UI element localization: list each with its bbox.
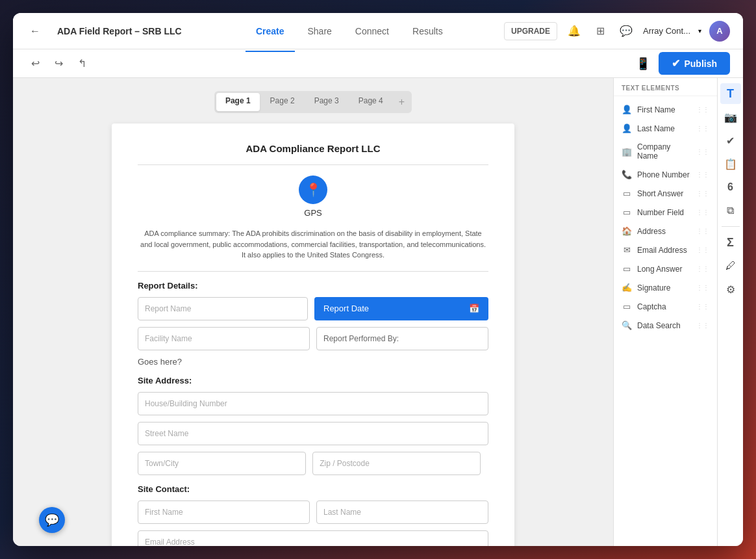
undo-button[interactable]: ↩ xyxy=(26,55,44,73)
sidebar-label-captcha: Captcha xyxy=(637,302,691,311)
page-tab-3[interactable]: Page 3 xyxy=(305,93,348,111)
facility-name-input[interactable] xyxy=(138,327,310,350)
sidebar-item-short-answer[interactable]: ▭ Short Answer ⋮⋮ xyxy=(614,184,717,203)
tab-share[interactable]: Share xyxy=(297,21,342,42)
drag-dots-icon: ⋮⋮ xyxy=(696,106,709,113)
add-page-button[interactable]: + xyxy=(394,93,410,111)
sidebar-items-list: 👤 First Name ⋮⋮ 👤 Last Name ⋮⋮ 🏢 Company… xyxy=(614,96,717,546)
house-building-input[interactable] xyxy=(138,392,488,415)
sidebar-item-address[interactable]: 🏠 Address ⋮⋮ xyxy=(614,222,717,240)
site-address-label: Site Address: xyxy=(138,376,488,385)
drag-dots6-icon: ⋮⋮ xyxy=(696,209,709,216)
grid-icon[interactable]: ⊞ xyxy=(591,22,609,40)
sidebar-item-company-name[interactable]: 🏢 Company Name ⋮⋮ xyxy=(614,138,717,165)
redo-button[interactable]: ↪ xyxy=(49,55,68,73)
page-tab-2[interactable]: Page 2 xyxy=(261,93,304,111)
report-performed-by-select[interactable]: Report Performed By: xyxy=(316,327,488,350)
dropdown-arrow-icon[interactable]: ▾ xyxy=(698,27,701,34)
paint-icon-btn[interactable]: 🖊 xyxy=(720,255,741,276)
goes-here-text: Goes here? xyxy=(138,357,488,367)
contact-last-name-input[interactable] xyxy=(316,500,488,524)
number6-icon-btn[interactable]: 6 xyxy=(720,177,741,198)
town-city-input[interactable] xyxy=(138,452,306,475)
drag-dots7-icon: ⋮⋮ xyxy=(696,228,709,235)
report-name-input[interactable] xyxy=(138,297,308,320)
street-name-input[interactable] xyxy=(138,422,488,445)
tab-create[interactable]: Create xyxy=(246,21,295,42)
sidebar-item-long-answer[interactable]: ▭ Long Answer ⋮⋮ xyxy=(614,259,717,278)
company-icon: 🏢 xyxy=(622,147,632,157)
undo2-button[interactable]: ↰ xyxy=(73,55,91,73)
sidebar-label-address: Address xyxy=(637,227,691,236)
sigma-icon-btn[interactable]: Σ xyxy=(720,232,741,253)
data-search-icon: 🔍 xyxy=(622,320,632,330)
drag-dots8-icon: ⋮⋮ xyxy=(696,246,709,254)
report-date-button[interactable]: Report Date 📅 xyxy=(314,297,488,320)
drag-dots5-icon: ⋮⋮ xyxy=(696,190,709,197)
description-text: ADA compliance summary: The ADA prohibit… xyxy=(138,228,488,261)
layout-icon-btn[interactable]: ⧉ xyxy=(720,200,741,221)
email-input[interactable] xyxy=(138,530,488,547)
device-preview-icon[interactable]: 📱 xyxy=(634,55,652,73)
sidebar-item-signature[interactable]: ✍ Signature ⋮⋮ xyxy=(614,278,717,297)
nav-tabs: Create Share Connect Results xyxy=(208,21,491,42)
drag-dots9-icon: ⋮⋮ xyxy=(696,265,709,272)
sidebar-label-last-name: Last Name xyxy=(637,124,691,133)
house-building-row xyxy=(138,392,488,415)
image-icon-btn[interactable]: 📷 xyxy=(720,107,741,127)
sidebar-label-email-address: Email Address xyxy=(637,246,691,255)
gps-section: 📍 GPS xyxy=(138,176,488,218)
gps-icon[interactable]: 📍 xyxy=(299,176,327,204)
zip-postcode-input[interactable] xyxy=(312,452,481,475)
phone-icon: 📞 xyxy=(622,170,632,179)
short-answer-icon: ▭ xyxy=(622,188,632,198)
signature-icon: ✍ xyxy=(622,283,632,292)
sidebar-item-last-name[interactable]: 👤 Last Name ⋮⋮ xyxy=(614,119,717,138)
chat-button[interactable]: 💬 xyxy=(39,507,65,533)
contact-first-name-input[interactable] xyxy=(138,500,310,524)
sidebar-item-email-address[interactable]: ✉ Email Address ⋮⋮ xyxy=(614,240,717,259)
form-elements-icon-btn[interactable]: 📋 xyxy=(720,153,741,174)
sidebar-item-first-name[interactable]: 👤 First Name ⋮⋮ xyxy=(614,100,717,119)
email-icon: ✉ xyxy=(622,245,632,255)
publish-button[interactable]: ✔ Publish xyxy=(659,52,730,75)
checkbox-icon-btn[interactable]: ✔ xyxy=(720,130,741,151)
street-name-row xyxy=(138,422,488,445)
avatar: A xyxy=(709,21,730,42)
long-answer-icon: ▭ xyxy=(622,264,632,274)
sidebar-item-data-search[interactable]: 🔍 Data Search ⋮⋮ xyxy=(614,316,717,335)
chat-icon[interactable]: 💬 xyxy=(617,22,635,40)
captcha-icon: ▭ xyxy=(622,302,632,311)
back-button[interactable]: ← xyxy=(26,22,44,40)
user-name: Array Cont... xyxy=(643,26,690,36)
sidebar-label-number-field: Number Field xyxy=(637,208,691,217)
app-title: ADA Field Report – SRB LLC xyxy=(57,26,182,36)
notification-icon[interactable]: 🔔 xyxy=(565,22,583,40)
sidebar-label-signature: Signature xyxy=(637,283,691,292)
report-details-label: Report Details: xyxy=(138,281,488,291)
settings-icon-btn[interactable]: ⚙ xyxy=(720,279,741,300)
number-field-icon: ▭ xyxy=(622,207,632,217)
nav-right: UPGRADE 🔔 ⊞ 💬 Array Cont... ▾ A xyxy=(504,21,730,42)
sidebar-label-data-search: Data Search xyxy=(637,321,691,330)
page-tabs: Page 1 Page 2 Page 3 Page 4 + xyxy=(214,91,412,113)
sidebar-item-number-field[interactable]: ▭ Number Field ⋮⋮ xyxy=(614,203,717,222)
sidebar-item-captcha[interactable]: ▭ Captcha ⋮⋮ xyxy=(614,297,717,316)
town-zip-row xyxy=(138,452,488,475)
form-title: ADA Compliance Report LLC xyxy=(138,143,488,154)
sidebar-label-short-answer: Short Answer xyxy=(637,189,691,198)
upgrade-button[interactable]: UPGRADE xyxy=(504,22,557,40)
page-tab-1[interactable]: Page 1 xyxy=(216,93,260,111)
toolbar-left: ↩ ↪ ↰ xyxy=(26,55,91,73)
text-elements-icon-btn[interactable]: T xyxy=(720,83,741,104)
toolbar: ↩ ↪ ↰ 📱 ✔ Publish xyxy=(13,49,743,78)
sidebar-label-long-answer: Long Answer xyxy=(637,265,691,274)
tab-connect[interactable]: Connect xyxy=(345,21,399,42)
tab-results[interactable]: Results xyxy=(402,21,453,42)
sidebar-item-phone-number[interactable]: 📞 Phone Number ⋮⋮ xyxy=(614,165,717,184)
drag-dots4-icon: ⋮⋮ xyxy=(696,171,709,178)
top-navigation: ← ADA Field Report – SRB LLC Create Shar… xyxy=(13,13,743,49)
site-contact-label: Site Contact: xyxy=(138,484,488,494)
sidebar-header: TEXT ELEMENTS xyxy=(614,78,717,96)
page-tab-4[interactable]: Page 4 xyxy=(349,93,392,111)
